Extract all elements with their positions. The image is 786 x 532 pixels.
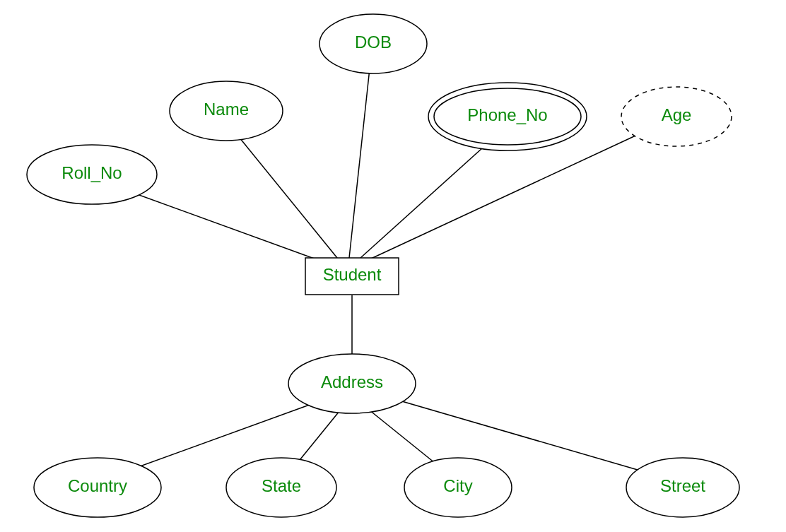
- edge-student-name: [233, 130, 337, 258]
- entity-student: Student: [305, 258, 399, 295]
- attribute-roll-no: Roll_No: [27, 145, 157, 204]
- attribute-state: State: [226, 458, 336, 517]
- attribute-street: Street: [626, 458, 739, 517]
- attribute-country: Country: [34, 458, 161, 517]
- attribute-dob: DOB: [319, 14, 427, 73]
- attribute-state-label: State: [262, 476, 301, 495]
- attribute-name: Name: [170, 81, 283, 141]
- attribute-address: Address: [288, 354, 416, 413]
- edge-student-dob: [349, 69, 370, 258]
- edge-student-phone: [360, 141, 490, 258]
- attribute-phone-no: Phone_No: [428, 83, 587, 150]
- entity-student-label: Student: [323, 265, 382, 284]
- attribute-age-label: Age: [662, 105, 692, 124]
- attribute-city: City: [404, 458, 512, 517]
- attribute-city-label: City: [443, 476, 472, 495]
- attribute-phone-no-label: Phone_No: [467, 105, 547, 124]
- attribute-country-label: Country: [68, 476, 127, 495]
- attribute-age: Age: [621, 87, 732, 146]
- er-diagram: Roll_No Name DOB Phone_No Age Student Ad…: [0, 0, 786, 532]
- edge-student-rollno: [114, 186, 334, 266]
- attribute-roll-no-label: Roll_No: [61, 163, 122, 182]
- attribute-dob-label: DOB: [355, 32, 392, 52]
- attribute-address-label: Address: [321, 372, 383, 391]
- attribute-street-label: Street: [660, 476, 705, 495]
- attribute-name-label: Name: [204, 100, 249, 119]
